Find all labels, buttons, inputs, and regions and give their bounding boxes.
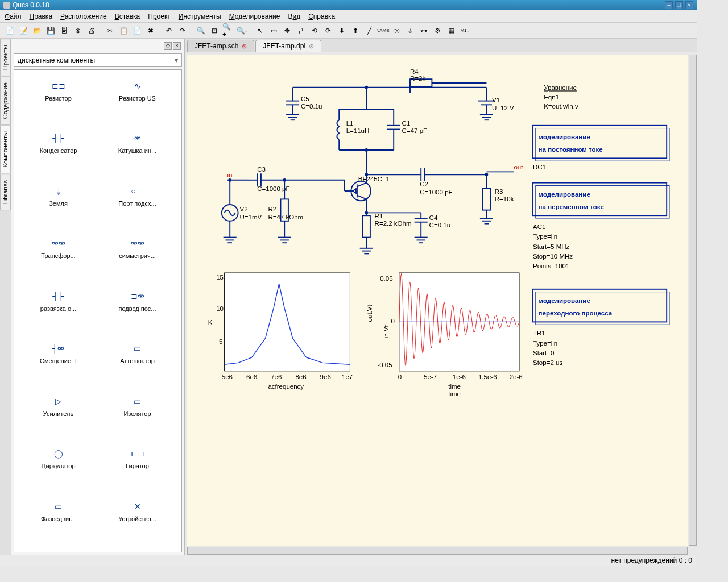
component-item[interactable]: ⊏⊐Резистор [19, 74, 98, 127]
menu-simulate[interactable]: Моделирование [229, 13, 280, 20]
saveall-icon[interactable]: 🗄 [58, 24, 71, 37]
component-item[interactable]: ∿Резистор US [98, 74, 177, 127]
menu-project[interactable]: Проект [148, 13, 171, 20]
component-item[interactable]: ┤⚮Смещение Т [19, 337, 98, 389]
svg-rect-96 [362, 215, 370, 237]
close-tab-icon[interactable]: ⊗ [309, 43, 314, 50]
svg-text:0.05: 0.05 [380, 275, 392, 282]
component-item[interactable]: ⚮⚮симметрич... [98, 232, 177, 284]
svg-text:Type=lin: Type=lin [533, 233, 557, 240]
component-category-select[interactable]: дискретные компоненты [14, 53, 182, 67]
svg-text:K: K [208, 319, 213, 326]
delete-icon[interactable]: ✖ [144, 24, 157, 37]
svg-rect-115 [533, 126, 667, 159]
tab-projects[interactable]: Проекты [0, 39, 11, 76]
tab-components[interactable]: Компоненты [0, 125, 11, 173]
svg-text:5e-7: 5e-7 [424, 373, 437, 380]
svg-text:R=2.2 kOhm: R=2.2 kOhm [375, 220, 412, 227]
text-icon[interactable]: 📝 [17, 24, 30, 37]
menu-help[interactable]: Справка [308, 13, 335, 20]
svg-text:C=0.1u: C=0.1u [301, 103, 322, 110]
tab-libraries[interactable]: Libraries [0, 174, 11, 210]
svg-text:C=0.1u: C=0.1u [429, 222, 450, 228]
copy-icon[interactable]: 📋 [117, 24, 130, 37]
gnd-icon[interactable]: ⏚ [404, 24, 416, 37]
component-item[interactable]: ⊐⚮подвод пос... [98, 285, 177, 337]
menu-file[interactable]: Файл [5, 13, 22, 20]
zoomfit-icon[interactable]: ⊡ [208, 24, 221, 37]
cut-icon[interactable]: ✂ [104, 24, 116, 37]
tab-schematic[interactable]: JFET-amp.sch ⊗ [187, 40, 254, 52]
rotate-icon[interactable]: ⟲ [308, 24, 321, 37]
tab-content[interactable]: Содержание [0, 76, 11, 125]
component-item[interactable]: ✕Устройство... [98, 495, 177, 547]
panel-close-icon[interactable]: × [173, 42, 181, 50]
svg-text:TR1: TR1 [533, 330, 545, 336]
open-icon[interactable]: 📂 [31, 24, 43, 37]
component-item[interactable]: ▭Изолятор [98, 390, 177, 442]
select-icon[interactable]: ↖ [254, 24, 266, 37]
minimize-button[interactable]: – [665, 1, 673, 9]
eq-icon[interactable]: f(x) [390, 24, 403, 37]
name-icon[interactable]: NAME [377, 24, 389, 37]
svg-text:1e7: 1e7 [342, 373, 353, 380]
maximize-button[interactable]: ❐ [675, 1, 683, 9]
save-icon[interactable]: 💾 [44, 24, 57, 37]
component-item[interactable]: ▭Аттенюатор [98, 337, 177, 389]
close-icon[interactable]: ⊗ [72, 24, 84, 37]
menu-insert[interactable]: Вставка [115, 13, 140, 20]
component-label: Конденсатор [40, 147, 77, 154]
menu-view[interactable]: Вид [288, 13, 300, 20]
up-icon[interactable]: ⬆ [349, 24, 362, 37]
gear-icon[interactable]: ⚙ [431, 24, 444, 37]
component-item[interactable]: ◯Циркулятор [19, 442, 98, 494]
svg-rect-137 [225, 273, 350, 371]
tab-display[interactable]: JFET-amp.dpl ⊗ [255, 40, 321, 52]
svg-text:Stop=10 MHz: Stop=10 MHz [533, 253, 573, 260]
move-icon[interactable]: ✥ [281, 24, 293, 37]
component-item[interactable]: ┤├Конденсатор [19, 127, 98, 179]
component-item[interactable]: ⊏⊐Гиратор [98, 442, 177, 494]
close-button[interactable]: × [685, 1, 693, 9]
horizontal-scrollbar[interactable] [187, 547, 688, 555]
component-icon: ∿ [126, 79, 149, 93]
component-item[interactable]: ▷Усилитель [19, 390, 98, 442]
menu-edit[interactable]: Правка [30, 13, 53, 20]
component-label: Циркулятор [41, 463, 75, 469]
print-icon[interactable]: 🖨 [85, 24, 98, 37]
schematic-canvas[interactable]: R4 R=2k V1 U=12 V C5 C=0.1u [187, 55, 688, 546]
wire-icon[interactable]: ╱ [363, 24, 375, 37]
undo-icon[interactable]: ↶ [163, 24, 175, 37]
toolbar: 📄 📝 📂 💾 🗄 ⊗ 🖨 ✂ 📋 📄 ✖ ↶ ↷ 🔍 ⊡ 🔍+ 🔍- ↖ ▭ … [0, 23, 697, 39]
component-icon: ┤├ [47, 131, 70, 145]
rect-icon[interactable]: ▭ [267, 24, 280, 37]
panel-detach-icon[interactable]: ◇ [164, 42, 172, 50]
close-tab-icon[interactable]: ⊗ [242, 43, 247, 50]
paste-icon[interactable]: 📄 [131, 24, 143, 37]
app-icon [3, 2, 10, 9]
new-icon[interactable]: 📄 [3, 24, 16, 37]
menu-tools[interactable]: Инструменты [179, 13, 221, 20]
sim-icon[interactable]: ▦ [445, 24, 457, 37]
menu-layout[interactable]: Расположение [60, 13, 107, 20]
port-icon[interactable]: ⊶ [417, 24, 430, 37]
zoom-icon[interactable]: 🔍 [195, 24, 207, 37]
down-icon[interactable]: ⬇ [336, 24, 348, 37]
rotate2-icon[interactable]: ⟳ [322, 24, 334, 37]
status-text: нет предупреждений 0 : 0 [611, 556, 692, 564]
component-item[interactable]: ⚮⚮Трансфор... [19, 232, 98, 284]
zoomout-icon[interactable]: 🔍- [235, 24, 248, 37]
zoomin-icon[interactable]: 🔍+ [222, 24, 234, 37]
component-item[interactable]: ⚮Катушка ин... [98, 127, 177, 179]
component-item[interactable]: ⏚Земля [19, 180, 98, 232]
menubar: Файл Правка Расположение Вставка Проект … [0, 10, 697, 23]
marker-icon[interactable]: M1↓ [458, 24, 471, 37]
component-item[interactable]: ○—Порт подсх... [98, 180, 177, 232]
svg-text:V2: V2 [239, 206, 247, 213]
mirror-icon[interactable]: ⇄ [295, 24, 307, 37]
svg-text:C2: C2 [420, 181, 428, 188]
redo-icon[interactable]: ↷ [176, 24, 189, 37]
component-item[interactable]: ┤├развязка о... [19, 285, 98, 337]
vertical-scrollbar[interactable] [689, 55, 697, 546]
component-item[interactable]: ▭Фазосдвиг... [19, 495, 98, 547]
